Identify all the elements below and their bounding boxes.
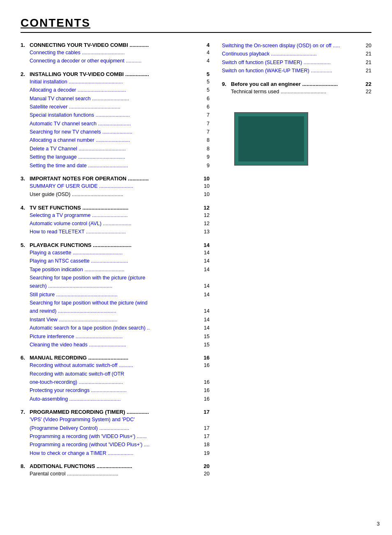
toc-item: Parental control .......................… bbox=[21, 470, 210, 478]
toc-item: Picture interference ...................… bbox=[21, 333, 210, 341]
toc-item: SUMMARY OF USER GUIDE ..................… bbox=[21, 182, 210, 190]
toc-item-page: 10 bbox=[201, 182, 210, 190]
toc-section: 2.INSTALLING YOUR TV-VIDEO COMBI .......… bbox=[21, 71, 210, 170]
toc-item: Searching for new TV channels ..........… bbox=[21, 128, 210, 136]
section-page-number: 12 bbox=[201, 205, 210, 211]
toc-item: How to read TELETEXT ...................… bbox=[21, 228, 210, 236]
toc-item: (Programme Delivery Control) ...........… bbox=[21, 424, 210, 432]
toc-section: 4.TV SET FUNCTIONS .....................… bbox=[21, 205, 210, 236]
toc-item-text: Searching for new TV channels ..........… bbox=[30, 128, 201, 136]
section-9-header: 9.Before you call an engineer ..........… bbox=[222, 81, 371, 87]
toc-item-page: 4 bbox=[201, 49, 210, 57]
section-9-number: 9. bbox=[222, 81, 231, 87]
toc-item-page: 16 bbox=[201, 395, 210, 403]
toc-item-page: 19 bbox=[201, 450, 210, 457]
toc-item: Selecting a TV programme ...............… bbox=[21, 212, 210, 219]
toc-item: Delete a TV Channel ....................… bbox=[21, 145, 210, 153]
toc-item-text: Searching for tape position without the … bbox=[30, 299, 201, 307]
toc-item-text: Searching for tape position with the pic… bbox=[30, 274, 201, 282]
toc-item-page: 14 bbox=[201, 324, 210, 332]
toc-item-text: Setting the language ...................… bbox=[30, 153, 201, 161]
toc-item: and rewind) ............................… bbox=[21, 307, 210, 315]
toc-layout: 1.CONNECTING YOUR TV-VIDEO COMBI .......… bbox=[21, 42, 371, 484]
toc-item-text: Programming a recording (without 'VIDEO … bbox=[30, 441, 201, 449]
toc-item-text: User guide (OSD) .......................… bbox=[30, 191, 201, 198]
section-title: TV SET FUNCTIONS .......................… bbox=[30, 205, 201, 211]
toc-item-page: 14 bbox=[201, 316, 210, 324]
toc-item: 'VPS' (Video Programming System) and 'PD… bbox=[21, 416, 210, 424]
section-9-title: Before you call an engineer ............… bbox=[231, 81, 363, 87]
toc-item-text: Playing an NTSC cassette ...............… bbox=[30, 257, 201, 265]
toc-item-text: Picture interference ...................… bbox=[30, 333, 201, 341]
toc-section: 3.IMPORTANT NOTES FOR OPERATION ........… bbox=[21, 175, 210, 199]
toc-item: Switching the On-screen display (OSD) on… bbox=[222, 42, 371, 50]
section-title: MANUAL RECORDING .......................… bbox=[30, 355, 201, 361]
toc-item-text: Programming a recording (with 'VIDEO Plu… bbox=[30, 433, 201, 440]
toc-item: Instant View ...........................… bbox=[21, 316, 210, 324]
toc-item-page: 16 bbox=[201, 378, 210, 386]
section-header: 1.CONNECTING YOUR TV-VIDEO COMBI .......… bbox=[21, 42, 210, 48]
section-number: 8. bbox=[21, 463, 30, 469]
toc-item-page: 12 bbox=[201, 220, 210, 228]
toc-item-page: 14 bbox=[201, 282, 210, 290]
toc-left-column: 1.CONNECTING YOUR TV-VIDEO COMBI .......… bbox=[21, 42, 210, 484]
section-number: 3. bbox=[21, 175, 30, 182]
toc-item-text: Automatic TV channel search ............… bbox=[30, 120, 201, 128]
section-title: INSTALLING YOUR TV-VIDEO COMBI .........… bbox=[30, 71, 201, 77]
section-header: 3.IMPORTANT NOTES FOR OPERATION ........… bbox=[21, 175, 210, 182]
toc-item-page: 16 bbox=[201, 362, 210, 369]
toc-item-text: Initial installation ...................… bbox=[30, 78, 201, 86]
toc-item-page: 20 bbox=[363, 42, 371, 50]
section-page-number: 16 bbox=[201, 355, 210, 361]
toc-item-page: 21 bbox=[363, 67, 371, 75]
toc-item: Allocating a decoder ...................… bbox=[21, 86, 210, 94]
toc-item: search) ................................… bbox=[21, 282, 210, 290]
section-number: 5. bbox=[21, 242, 30, 248]
toc-item-text: Allocating a channel number ............… bbox=[30, 136, 201, 144]
section-number: 1. bbox=[21, 42, 30, 48]
product-image bbox=[234, 112, 308, 166]
toc-item-text: How to read TELETEXT ...................… bbox=[30, 228, 201, 236]
toc-item-text: Auto-assembling ........................… bbox=[30, 395, 201, 403]
toc-item-page: 14 bbox=[201, 249, 210, 257]
toc-item-text: Switch on function (WAKE-UP TIMER) .....… bbox=[222, 67, 363, 75]
toc-item-page: 10 bbox=[201, 191, 210, 198]
section-page-number: 14 bbox=[201, 242, 210, 248]
section-page-number: 17 bbox=[201, 409, 210, 415]
section-number: 7. bbox=[21, 409, 30, 415]
toc-item: Recording without automatic switch-off .… bbox=[21, 362, 210, 369]
section-title: IMPORTANT NOTES FOR OPERATION ..........… bbox=[30, 175, 201, 182]
toc-item-page: 5 bbox=[201, 78, 210, 86]
toc-item: Allocating a channel number ............… bbox=[21, 136, 210, 144]
toc-item-page: 8 bbox=[201, 145, 210, 153]
toc-item-text: one-touch-recording) ...................… bbox=[30, 378, 201, 386]
toc-item: Setting the time and date ..............… bbox=[21, 162, 210, 170]
section-number: 6. bbox=[21, 355, 30, 361]
toc-item: Connecting a decoder or other equipment … bbox=[21, 57, 210, 65]
toc-item: Switch on function (WAKE-UP TIMER) .....… bbox=[222, 67, 371, 75]
section-title: ADDITIONAL FUNCTIONS ...................… bbox=[30, 463, 201, 469]
toc-item-text: search) ................................… bbox=[30, 282, 201, 290]
toc-item-text: Connecting the cables ..................… bbox=[30, 49, 201, 57]
toc-item-page: 15 bbox=[201, 333, 210, 341]
toc-item-text: Satellite receiver .....................… bbox=[30, 103, 201, 111]
product-image-inner bbox=[238, 116, 304, 161]
toc-item-page: 22 bbox=[363, 88, 371, 96]
toc-item-text: Recording with automatic switch-off (OTR bbox=[30, 370, 201, 378]
toc-item: one-touch-recording) ...................… bbox=[21, 378, 210, 386]
toc-item-page: 7 bbox=[201, 128, 210, 136]
title-divider bbox=[21, 32, 371, 33]
section-header: 6.MANUAL RECORDING .....................… bbox=[21, 355, 210, 361]
toc-item: Automatic TV channel search ............… bbox=[21, 120, 210, 128]
toc-item-page: 9 bbox=[201, 153, 210, 161]
toc-section-continued: Switching the On-screen display (OSD) on… bbox=[222, 42, 371, 75]
toc-item-page: 6 bbox=[201, 103, 210, 111]
toc-item: Playing a cassette .....................… bbox=[21, 249, 210, 257]
toc-item-text: How to check or change a TIMER .........… bbox=[30, 450, 201, 457]
toc-item-page: 13 bbox=[201, 228, 210, 236]
toc-section: 8.ADDITIONAL FUNCTIONS .................… bbox=[21, 463, 210, 478]
toc-item-text: Continuous playback ....................… bbox=[222, 50, 363, 58]
toc-section-9: 9.Before you call an engineer ..........… bbox=[222, 81, 371, 96]
toc-item-page: 15 bbox=[201, 341, 210, 349]
toc-item: Playing an NTSC cassette ...............… bbox=[21, 257, 210, 265]
